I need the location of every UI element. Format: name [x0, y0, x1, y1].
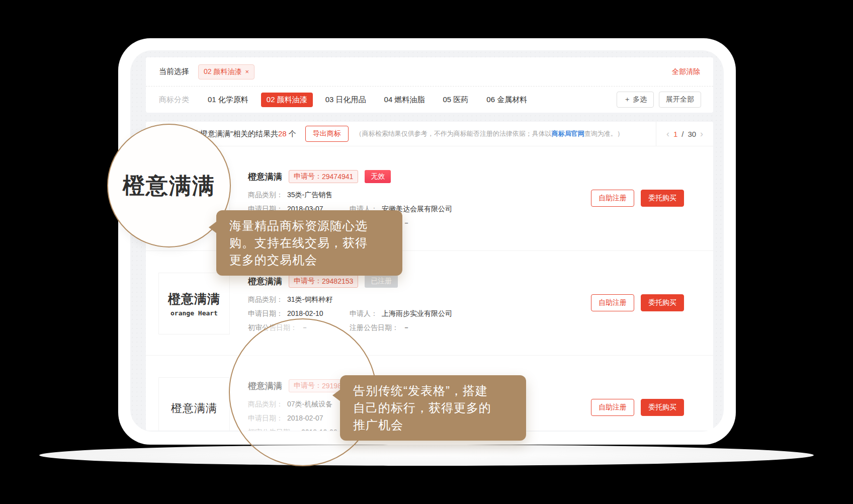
category-pill-04[interactable]: 04 燃料油脂	[379, 93, 431, 107]
callout-tooltip-trade: 海量精品商标资源随心选 购。支持在线交易，获得 更多的交易机会	[216, 210, 402, 276]
tooltip-arrow-icon	[332, 389, 340, 401]
clear-all-link[interactable]: 全部清除	[672, 67, 700, 76]
self-register-button[interactable]: 自助注册	[591, 294, 634, 311]
chevron-right-icon[interactable]: ›	[700, 129, 703, 138]
results-disclaimer: （商标检索结果仅供参考，不作为商标能否注册的法律依据；具体以商标局官网查询为准。…	[356, 129, 624, 138]
results-count: 28	[278, 129, 287, 138]
row-actions: 自助注册 委托购买	[591, 294, 684, 311]
export-trademarks-button[interactable]: 导出商标	[305, 126, 349, 142]
selected-filter-tag-label: 02 颜料油漆	[204, 67, 241, 76]
magnified-trademark-text: 橙意满满	[123, 171, 215, 201]
category-row: 商标分类 01 化学原料 02 颜料油漆 03 日化用品 04 燃料油脂 05 …	[146, 87, 713, 113]
self-register-button[interactable]: 自助注册	[591, 190, 634, 207]
status-badge: 无效	[365, 170, 391, 183]
application-number-badge: 申请号：29482153	[289, 275, 358, 288]
category-pill-01[interactable]: 01 化学原料	[202, 93, 254, 107]
category-pill-06[interactable]: 06 金属材料	[481, 93, 533, 107]
selected-filter-tag[interactable]: 02 颜料油漆 ×	[198, 64, 254, 79]
tooltip-arrow-icon	[209, 221, 217, 233]
chevron-left-icon[interactable]: ‹	[666, 129, 669, 138]
current-selection-row: 当前选择 02 颜料油漆 × 全部清除	[146, 57, 713, 87]
floor-shadow	[39, 445, 814, 466]
entrust-buy-button[interactable]: 委托购买	[641, 294, 684, 311]
entrust-buy-button[interactable]: 委托购买	[641, 399, 684, 416]
trademark-name: 橙意满满	[248, 171, 282, 183]
pagination: ‹ 1 / 30 ›	[656, 122, 713, 146]
current-selection-label: 当前选择	[159, 67, 189, 76]
row-actions: 自助注册 委托购买	[591, 399, 684, 416]
trademark-office-link[interactable]: 商标局官网	[552, 130, 584, 137]
close-icon[interactable]: ×	[245, 68, 249, 75]
category-label: 商标分类	[159, 95, 189, 105]
entrust-buy-button[interactable]: 委托购买	[641, 190, 684, 207]
row-actions: 自助注册 委托购买	[591, 190, 684, 207]
application-number-badge: 申请号：29474941	[289, 170, 358, 183]
pagination-total: 30	[688, 130, 696, 138]
callout-tooltip-promotion: 告别传统“发表格”，搭建 自己的标行，获得更多的 推广机会	[340, 375, 526, 441]
filter-panel: 当前选择 02 颜料油漆 × 全部清除 商标分类 01 化学原料 02 颜料油漆…	[146, 57, 713, 113]
status-badge: 已注册	[365, 275, 398, 288]
category-pill-05[interactable]: 05 医药	[437, 93, 474, 107]
expand-all-button[interactable]: 展开全部	[659, 92, 701, 108]
category-pill-02-selected[interactable]: 02 颜料油漆	[261, 93, 313, 107]
self-register-button[interactable]: 自助注册	[591, 399, 634, 416]
category-pill-03[interactable]: 03 日化用品	[320, 93, 372, 107]
multi-select-button[interactable]: ＋ 多选	[617, 92, 654, 108]
category-actions: ＋ 多选 展开全部	[617, 92, 701, 108]
pagination-current: 1	[673, 130, 677, 138]
trademark-image-subtext: orange Heart	[170, 309, 218, 317]
trademark-image: 橙意满满	[158, 377, 230, 431]
results-header: 为您检索到“橙意满满”相关的结果共28 个 导出商标 （商标检索结果仅供参考，不…	[146, 122, 713, 146]
trademark-name: 橙意满满	[248, 276, 282, 287]
trademark-image: 橙意满满 orange Heart	[158, 273, 230, 334]
